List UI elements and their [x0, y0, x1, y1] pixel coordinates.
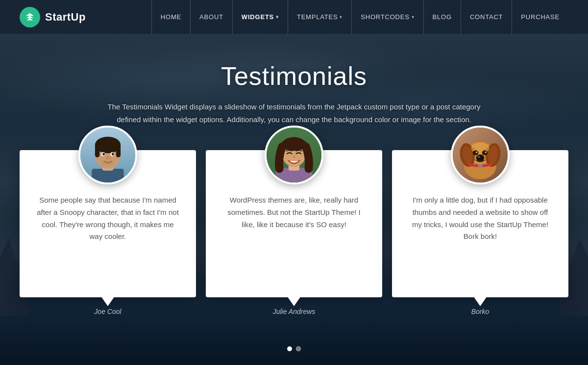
nav-links: HOME ABOUT WIDGETS ▾ TEMPLATES ▾ SHORTCO…	[151, 0, 568, 34]
svg-point-16	[112, 153, 114, 156]
hero-description: The Testimonials Widget displays a slide…	[103, 101, 485, 126]
pagination-dot-1[interactable]	[287, 346, 292, 351]
testimonial-card-3: I'm only a little dog, but if I had oppo…	[392, 150, 568, 297]
quote-text-1: Some people say that because I'm named a…	[33, 194, 182, 243]
avatar-wrapper-2	[220, 126, 368, 184]
svg-marker-0	[26, 13, 34, 16]
nav-about[interactable]: ABOUT	[191, 0, 233, 34]
shortcodes-chevron-icon: ▾	[412, 14, 415, 20]
avatar-wrapper-3	[406, 126, 555, 184]
avatar-2	[265, 126, 323, 184]
svg-point-18	[101, 159, 114, 165]
testimonial-card-1: Some people say that because I'm named a…	[20, 150, 196, 297]
nav-contact[interactable]: CONTACT	[461, 0, 512, 34]
page-title: Testimonials	[20, 61, 568, 91]
svg-point-41	[476, 152, 478, 154]
navbar: StartUp HOME ABOUT WIDGETS ▾ TEMPLATES ▾…	[0, 0, 588, 34]
testimonials-section: Some people say that because I'm named a…	[0, 145, 588, 297]
testimonial-card-2: WordPress themes are, like, really hard …	[206, 150, 382, 297]
author-name-2: Julie Andrews	[273, 308, 316, 315]
quote-text-3: I'm only a little dog, but if I had oppo…	[406, 194, 555, 243]
avatar-3	[451, 126, 510, 184]
logo[interactable]: StartUp	[20, 7, 86, 27]
svg-point-17	[106, 156, 109, 159]
svg-point-27	[293, 156, 296, 158]
svg-rect-6	[92, 169, 123, 182]
logo-icon	[20, 7, 40, 27]
templates-chevron-icon: ▾	[340, 14, 343, 20]
logo-svg	[24, 12, 35, 23]
testimonials-grid: Some people say that because I'm named a…	[15, 150, 573, 297]
nav-purchase[interactable]: PURCHASE	[512, 0, 568, 34]
nav-templates[interactable]: TEMPLATES ▾	[288, 0, 352, 34]
author-area-2: Julie Andrews	[206, 307, 382, 316]
svg-point-42	[485, 152, 487, 154]
svg-point-44	[477, 156, 480, 158]
pagination-dot-2[interactable]	[296, 346, 301, 351]
author-area-1: Joe Cool	[20, 307, 196, 316]
nav-home[interactable]: HOME	[151, 0, 191, 34]
pagination	[0, 346, 588, 351]
avatar-wrapper-1	[33, 126, 182, 184]
nav-widgets[interactable]: WIDGETS ▾	[233, 0, 288, 34]
nav-shortcodes[interactable]: SHORTCODES ▾	[352, 0, 423, 34]
avatar-1	[78, 126, 137, 184]
svg-point-39	[473, 150, 478, 155]
logo-text: StartUp	[45, 11, 86, 24]
widgets-chevron-icon: ▾	[276, 14, 279, 20]
svg-rect-26	[282, 141, 306, 150]
quote-text-2: WordPress themes are, like, really hard …	[220, 194, 368, 231]
svg-marker-2	[27, 18, 33, 20]
svg-rect-11	[95, 148, 99, 157]
author-name-1: Joe Cool	[94, 308, 121, 315]
svg-point-15	[102, 153, 105, 156]
nav-blog[interactable]: BLOG	[424, 0, 461, 34]
author-name-3: Borko	[471, 308, 490, 315]
svg-rect-12	[116, 148, 121, 157]
svg-point-45	[478, 164, 482, 168]
svg-marker-1	[26, 16, 34, 18]
author-area-3: Borko	[392, 307, 568, 316]
svg-point-40	[482, 150, 488, 155]
